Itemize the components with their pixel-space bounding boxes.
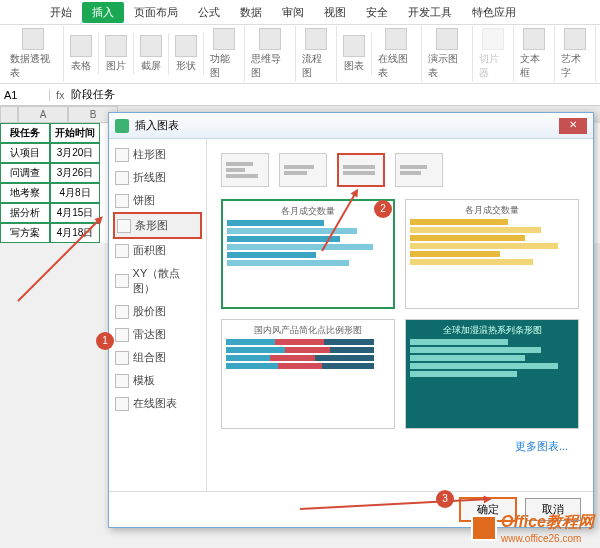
cat-scatter[interactable]: XY（散点图） <box>113 262 202 300</box>
cell-b5[interactable]: 4月15日 <box>50 203 100 223</box>
cell-b4[interactable]: 4月8日 <box>50 183 100 203</box>
name-box[interactable]: A1 <box>0 89 50 101</box>
tab-view[interactable]: 视图 <box>314 2 356 23</box>
close-icon[interactable]: ✕ <box>559 118 587 134</box>
tab-data[interactable]: 数据 <box>230 2 272 23</box>
cat-online[interactable]: 在线图表 <box>113 392 202 415</box>
tool-wordart[interactable]: 艺术字 <box>555 26 596 82</box>
tool-textbox[interactable]: 文本框 <box>514 26 555 82</box>
office-icon <box>471 515 497 541</box>
more-charts-link[interactable]: 更多图表... <box>215 435 585 454</box>
subtype-100-stacked-bar[interactable] <box>337 153 385 187</box>
cell-b2[interactable]: 3月20日 <box>50 143 100 163</box>
cat-bar[interactable]: 条形图 <box>113 212 202 239</box>
tool-table[interactable]: 表格 <box>64 33 99 75</box>
cat-area[interactable]: 面积图 <box>113 239 202 262</box>
dialog-title: 插入图表 <box>135 118 179 133</box>
tool-shapes[interactable]: 形状 <box>169 33 204 75</box>
marker-2: 2 <box>374 200 392 218</box>
tab-formula[interactable]: 公式 <box>188 2 230 23</box>
tool-screenshot[interactable]: 截屏 <box>134 33 169 75</box>
preview-2[interactable]: 各月成交数量 <box>405 199 579 309</box>
dialog-icon <box>115 119 129 133</box>
tool-onlinechart[interactable]: 在线图表 <box>372 26 423 82</box>
tab-security[interactable]: 安全 <box>356 2 398 23</box>
tab-devtools[interactable]: 开发工具 <box>398 2 462 23</box>
cat-pie[interactable]: 饼图 <box>113 189 202 212</box>
tab-start[interactable]: 开始 <box>40 2 82 23</box>
insert-chart-dialog: 插入图表 ✕ 柱形图 折线图 饼图 条形图 面积图 XY（散点图） 股价图 雷达… <box>108 112 594 528</box>
marker-1: 1 <box>96 332 114 350</box>
tool-slicer[interactable]: 切片器 <box>473 26 514 82</box>
preview-3[interactable]: 国内风产品简化点比例形图 <box>221 319 395 429</box>
cell-a6[interactable]: 写方案 <box>0 223 50 243</box>
cell-a3[interactable]: 问调查 <box>0 163 50 183</box>
cat-radar[interactable]: 雷达图 <box>113 323 202 346</box>
cell-a4[interactable]: 地考察 <box>0 183 50 203</box>
cell-b3[interactable]: 3月26日 <box>50 163 100 183</box>
chart-category-list: 柱形图 折线图 饼图 条形图 面积图 XY（散点图） 股价图 雷达图 组合图 模… <box>109 139 207 491</box>
cat-stock[interactable]: 股价图 <box>113 300 202 323</box>
preview-1[interactable]: 各月成交数量 <box>221 199 395 309</box>
cat-template[interactable]: 模板 <box>113 369 202 392</box>
tool-smartart[interactable]: 功能图 <box>204 26 245 82</box>
tool-flowchart[interactable]: 流程图 <box>296 26 337 82</box>
fx-icon[interactable]: fx <box>50 89 71 101</box>
dialog-titlebar[interactable]: 插入图表 ✕ <box>109 113 593 139</box>
cell-a5[interactable]: 据分析 <box>0 203 50 223</box>
cat-line[interactable]: 折线图 <box>113 166 202 189</box>
cat-combo[interactable]: 组合图 <box>113 346 202 369</box>
ribbon-tabs: 开始 插入 页面布局 公式 数据 审阅 视图 安全 开发工具 特色应用 <box>0 0 600 24</box>
col-a[interactable]: A <box>18 106 68 123</box>
tool-pivot[interactable]: 数据透视表 <box>4 26 64 82</box>
formula-value[interactable]: 阶段任务 <box>71 87 115 102</box>
chart-preview-area: 各月成交数量 各月成交数量 国内风产品简化点比例形图 <box>207 139 593 491</box>
cell-a2[interactable]: 认项目 <box>0 143 50 163</box>
tab-review[interactable]: 审阅 <box>272 2 314 23</box>
preview-4[interactable]: 全球加湿温热系列条形图 <box>405 319 579 429</box>
tab-layout[interactable]: 页面布局 <box>124 2 188 23</box>
formula-bar: A1 fx 阶段任务 <box>0 84 600 106</box>
watermark: Office教程网 www.office26.com <box>471 512 594 544</box>
toolbar: 数据透视表 表格 图片 截屏 形状 功能图 思维导图 流程图 图表 在线图表 演… <box>0 24 600 84</box>
marker-3: 3 <box>436 490 454 508</box>
tool-slidechart[interactable]: 演示图表 <box>422 26 473 82</box>
tool-mindmap[interactable]: 思维导图 <box>245 26 296 82</box>
subtype-3d-bar[interactable] <box>395 153 443 187</box>
cat-column[interactable]: 柱形图 <box>113 143 202 166</box>
tool-chart[interactable]: 图表 <box>337 33 372 75</box>
tab-insert[interactable]: 插入 <box>82 2 124 23</box>
tab-special[interactable]: 特色应用 <box>462 2 526 23</box>
th-task[interactable]: 段任务 <box>0 123 50 143</box>
subtype-clustered-bar[interactable] <box>221 153 269 187</box>
subtype-stacked-bar[interactable] <box>279 153 327 187</box>
th-start[interactable]: 开始时间 <box>50 123 100 143</box>
tool-picture[interactable]: 图片 <box>99 33 134 75</box>
